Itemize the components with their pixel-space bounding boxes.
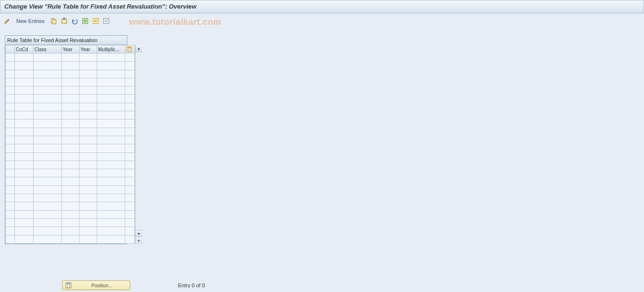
table-row[interactable] — [6, 119, 135, 128]
cell[interactable] — [97, 194, 125, 202]
cell[interactable] — [15, 95, 33, 103]
cell[interactable] — [33, 128, 62, 136]
cell[interactable] — [15, 78, 33, 86]
cell[interactable] — [33, 78, 62, 86]
cell[interactable] — [79, 235, 97, 243]
cell[interactable] — [33, 194, 62, 202]
cell[interactable] — [79, 144, 97, 152]
table-row[interactable] — [6, 95, 135, 103]
cell[interactable] — [79, 95, 97, 103]
cell[interactable] — [62, 161, 79, 169]
cell[interactable] — [15, 152, 33, 161]
cell[interactable] — [33, 54, 62, 62]
cell[interactable] — [97, 144, 125, 152]
cell[interactable] — [97, 70, 125, 78]
cell[interactable] — [79, 119, 97, 128]
cell[interactable] — [33, 202, 62, 210]
cell[interactable] — [33, 227, 62, 235]
cell[interactable] — [62, 144, 79, 152]
select-block-icon[interactable] — [91, 17, 100, 25]
row-selector[interactable] — [6, 128, 15, 136]
cell[interactable] — [15, 185, 33, 194]
cell[interactable] — [79, 202, 97, 210]
table-row[interactable] — [6, 169, 135, 177]
table-row[interactable] — [6, 111, 135, 119]
cell[interactable] — [15, 128, 33, 136]
cell[interactable] — [97, 54, 125, 62]
cell[interactable] — [97, 128, 125, 136]
row-selector[interactable] — [6, 70, 15, 78]
table-row[interactable] — [6, 227, 135, 235]
cell[interactable] — [15, 218, 33, 227]
cell[interactable] — [62, 54, 79, 62]
cell[interactable] — [15, 119, 33, 128]
cell[interactable] — [33, 62, 62, 70]
table-row[interactable] — [6, 87, 135, 95]
cell[interactable] — [79, 161, 97, 169]
row-selector[interactable] — [6, 103, 15, 111]
row-selector[interactable] — [6, 194, 15, 202]
cell[interactable] — [15, 144, 33, 152]
cell[interactable] — [15, 177, 33, 185]
row-selector[interactable] — [6, 210, 15, 218]
cell[interactable] — [79, 210, 97, 218]
cell[interactable] — [33, 177, 62, 185]
cell[interactable] — [62, 227, 79, 235]
cell[interactable] — [97, 95, 125, 103]
cell[interactable] — [97, 227, 125, 235]
row-selector[interactable] — [6, 202, 15, 210]
cell[interactable] — [62, 70, 79, 78]
cell[interactable] — [33, 169, 62, 177]
col-year1[interactable]: Year — [62, 45, 79, 54]
copy-icon[interactable] — [49, 17, 58, 25]
cell[interactable] — [79, 169, 97, 177]
cell[interactable] — [97, 111, 125, 119]
cell[interactable] — [79, 136, 97, 144]
cell[interactable] — [15, 87, 33, 95]
row-selector[interactable] — [6, 227, 15, 235]
cell[interactable] — [33, 95, 62, 103]
cell[interactable] — [62, 210, 79, 218]
cell[interactable] — [62, 87, 79, 95]
cell[interactable] — [33, 119, 62, 128]
data-grid[interactable]: CoCd Class Year Year Multiplic... — [5, 45, 135, 244]
cell[interactable] — [97, 78, 125, 86]
cell[interactable] — [15, 227, 33, 235]
row-selector[interactable] — [6, 218, 15, 227]
cell[interactable] — [33, 235, 62, 243]
row-selector[interactable] — [6, 87, 15, 95]
cell[interactable] — [33, 111, 62, 119]
cell[interactable] — [62, 194, 79, 202]
table-row[interactable] — [6, 185, 135, 194]
cell[interactable] — [15, 235, 33, 243]
row-selector[interactable] — [6, 161, 15, 169]
cell[interactable] — [62, 177, 79, 185]
table-row[interactable] — [6, 210, 135, 218]
cell[interactable] — [15, 62, 33, 70]
row-selector[interactable] — [6, 95, 15, 103]
cell[interactable] — [15, 111, 33, 119]
table-row[interactable] — [6, 78, 135, 86]
cell[interactable] — [33, 103, 62, 111]
cell[interactable] — [79, 111, 97, 119]
cell[interactable] — [62, 62, 79, 70]
row-selector[interactable] — [6, 62, 15, 70]
row-selector[interactable] — [6, 119, 15, 128]
cell[interactable] — [97, 177, 125, 185]
new-entries-button[interactable]: New Entries — [13, 17, 47, 25]
row-selector-header[interactable] — [6, 45, 15, 54]
cell[interactable] — [15, 169, 33, 177]
cell[interactable] — [79, 177, 97, 185]
table-row[interactable] — [6, 54, 135, 62]
cell[interactable] — [79, 185, 97, 194]
cell[interactable] — [97, 161, 125, 169]
row-selector[interactable] — [6, 54, 15, 62]
cell[interactable] — [79, 218, 97, 227]
cell[interactable] — [62, 119, 79, 128]
cell[interactable] — [62, 103, 79, 111]
cell[interactable] — [33, 87, 62, 95]
row-selector[interactable] — [6, 144, 15, 152]
cell[interactable] — [33, 218, 62, 227]
cell[interactable] — [97, 210, 125, 218]
cell[interactable] — [79, 70, 97, 78]
